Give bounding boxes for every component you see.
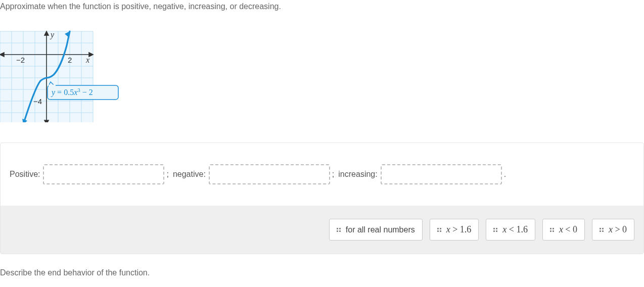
x-axis-label: x xyxy=(85,56,89,64)
svg-text:y = 0.5x3 − 2: y = 0.5x3 − 2 xyxy=(51,87,93,97)
y-axis-label: y xyxy=(50,30,55,39)
separator: ; xyxy=(332,170,334,179)
drag-grip-icon xyxy=(550,228,554,232)
tile-label: x < 1.6 xyxy=(502,224,528,235)
end-behavior-text: Describe the end behavior of the functio… xyxy=(0,266,644,277)
tile-label: x < 0 xyxy=(559,224,577,235)
positive-drop-zone[interactable] xyxy=(43,164,164,184)
tile-label: for all real numbers xyxy=(346,225,415,234)
positive-label: Positive: xyxy=(10,170,40,179)
separator: ; xyxy=(166,170,168,179)
negative-drop-zone[interactable] xyxy=(209,164,330,184)
tile-x-gt-1-6[interactable]: x > 1.6 xyxy=(430,219,479,241)
function-graph: y x −2 2 −4 y = 0.5x3 − 2 xyxy=(0,21,126,122)
tick-neg-2: −2 xyxy=(16,56,25,64)
negative-label: negative: xyxy=(173,170,206,179)
increasing-label: increasing: xyxy=(338,170,377,179)
svg-marker-24 xyxy=(44,120,49,122)
drag-grip-icon xyxy=(600,228,604,232)
graph-container: y x −2 2 −4 y = 0.5x3 − 2 xyxy=(0,17,644,142)
drag-grip-icon xyxy=(337,228,341,232)
drag-grip-icon xyxy=(493,228,497,232)
tick-neg-4: −4 xyxy=(33,97,42,106)
drag-grip-icon xyxy=(437,228,441,232)
tile-label: x > 0 xyxy=(609,224,627,235)
increasing-drop-zone[interactable] xyxy=(381,164,502,184)
tiles-tray: for all real numbers x > 1.6 x < 1.6 x <… xyxy=(1,206,643,254)
question-text: Approximate when the function is positiv… xyxy=(0,0,644,17)
drop-zones-row: Positive: ; negative: ; increasing: . xyxy=(1,143,643,206)
tile-label: x > 1.6 xyxy=(446,224,472,235)
tile-x-gt-0[interactable]: x > 0 xyxy=(592,219,634,241)
tick-2: 2 xyxy=(68,56,72,64)
tile-x-lt-1-6[interactable]: x < 1.6 xyxy=(486,219,535,241)
tile-all-real-numbers[interactable]: for all real numbers xyxy=(329,219,423,241)
tile-x-lt-0[interactable]: x < 0 xyxy=(542,219,585,241)
svg-rect-28 xyxy=(49,85,56,87)
separator: . xyxy=(504,170,506,179)
answer-area: Positive: ; negative: ; increasing: . fo… xyxy=(0,142,644,254)
